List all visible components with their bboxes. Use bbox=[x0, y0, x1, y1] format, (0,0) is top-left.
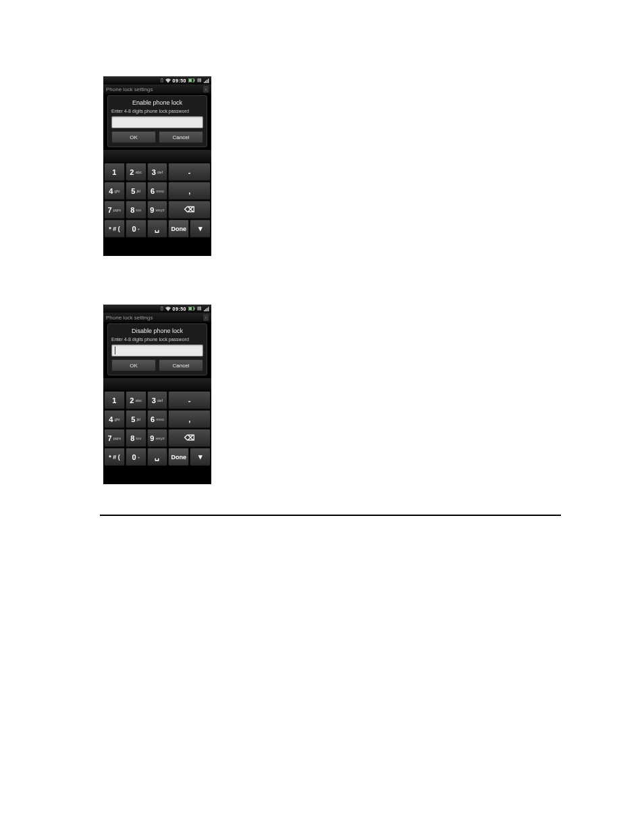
dialog-prompt: Enter 4-8 digits phone lock password bbox=[111, 337, 203, 342]
spacer bbox=[103, 378, 211, 390]
svg-rect-1 bbox=[194, 80, 195, 82]
cancel-button[interactable]: Cancel bbox=[159, 359, 203, 371]
svg-rect-11 bbox=[205, 309, 206, 311]
svg-rect-8 bbox=[194, 308, 195, 310]
sim-icon: ▯ bbox=[161, 306, 163, 311]
save-icon: ▤ bbox=[197, 78, 202, 83]
svg-rect-6 bbox=[208, 78, 209, 83]
key-4[interactable]: 4ghi bbox=[104, 410, 125, 428]
ok-button[interactable]: OK bbox=[111, 359, 156, 371]
key-space[interactable]: ␣ bbox=[147, 448, 168, 466]
screenshot-disable-phone-lock: ▯ 09:50 ▤ Phone lock settings ‹ Disable … bbox=[103, 305, 211, 484]
key-space[interactable]: ␣ bbox=[147, 219, 168, 238]
key-3[interactable]: 3def bbox=[147, 163, 168, 181]
signal-icon bbox=[204, 78, 209, 83]
key-hide-keyboard[interactable]: ▾ bbox=[190, 448, 211, 466]
key-6[interactable]: 6mno bbox=[147, 410, 168, 428]
key-comma[interactable]: , bbox=[168, 410, 211, 428]
key-done[interactable]: Done bbox=[168, 219, 189, 238]
key-9[interactable]: 9wxyz bbox=[147, 429, 168, 447]
key-8[interactable]: 8tuv bbox=[126, 429, 146, 447]
key-delete[interactable]: ⌫ bbox=[168, 201, 211, 219]
key-7[interactable]: 7pqrs bbox=[104, 429, 125, 447]
key-4[interactable]: 4ghi bbox=[104, 182, 125, 200]
back-button[interactable]: ‹ bbox=[203, 86, 209, 93]
key-0[interactable]: 0+ bbox=[126, 448, 146, 466]
cancel-button[interactable]: Cancel bbox=[159, 131, 203, 143]
key-3[interactable]: 3def bbox=[147, 391, 168, 409]
key-2[interactable]: 2abc bbox=[126, 163, 146, 181]
key-symbols[interactable]: * # ( bbox=[104, 219, 125, 238]
key-2[interactable]: 2abc bbox=[126, 391, 146, 409]
header-title: Phone lock settings bbox=[106, 86, 153, 93]
key-minus[interactable]: - bbox=[168, 391, 211, 409]
battery-icon bbox=[188, 307, 195, 311]
key-5[interactable]: 5jkl bbox=[126, 410, 146, 428]
key-7[interactable]: 7pqrs bbox=[104, 201, 125, 219]
screen-header: Phone lock settings ‹ bbox=[103, 313, 211, 322]
dialog-buttons: OK Cancel bbox=[111, 131, 203, 143]
dialog-disable: Disable phone lock Enter 4-8 digits phon… bbox=[107, 323, 207, 375]
numeric-keypad: 1 2abc 3def - 4ghi 5jkl 6mno , 7pqrs 8tu… bbox=[103, 162, 211, 238]
document-page: ▯ 09:50 ▤ Phone lock settings ‹ Enable p… bbox=[0, 0, 644, 834]
save-icon: ▤ bbox=[197, 306, 202, 311]
svg-rect-9 bbox=[189, 307, 192, 310]
status-bar: ▯ 09:50 ▤ bbox=[103, 76, 211, 84]
back-button[interactable]: ‹ bbox=[203, 314, 209, 321]
key-comma[interactable]: , bbox=[168, 182, 211, 200]
dialog-prompt: Enter 4-8 digits phone lock password bbox=[111, 109, 203, 114]
key-5[interactable]: 5jkl bbox=[126, 182, 146, 200]
dialog-enable: Enable phone lock Enter 4-8 digits phone… bbox=[107, 95, 207, 147]
svg-rect-3 bbox=[204, 82, 205, 83]
key-6[interactable]: 6mno bbox=[147, 182, 168, 200]
password-input[interactable] bbox=[111, 116, 203, 128]
key-delete[interactable]: ⌫ bbox=[168, 429, 211, 447]
key-symbols[interactable]: * # ( bbox=[104, 448, 125, 466]
clock: 09:50 bbox=[173, 307, 186, 311]
key-1[interactable]: 1 bbox=[104, 391, 125, 409]
svg-rect-13 bbox=[208, 307, 209, 311]
key-done[interactable]: Done bbox=[168, 448, 189, 466]
key-1[interactable]: 1 bbox=[104, 163, 125, 181]
ok-button[interactable]: OK bbox=[111, 131, 156, 143]
signal-icon bbox=[204, 307, 209, 311]
numeric-keypad: 1 2abc 3def - 4ghi 5jkl 6mno , 7pqrs 8tu… bbox=[103, 390, 211, 467]
svg-rect-12 bbox=[207, 308, 207, 311]
password-input[interactable] bbox=[111, 344, 203, 357]
svg-rect-2 bbox=[189, 79, 192, 82]
key-minus[interactable]: - bbox=[168, 163, 211, 181]
svg-rect-4 bbox=[205, 80, 206, 83]
spacer bbox=[103, 150, 211, 162]
clock: 09:50 bbox=[173, 78, 186, 83]
key-9[interactable]: 9wxyz bbox=[147, 201, 168, 219]
svg-rect-5 bbox=[207, 80, 207, 83]
wifi-icon bbox=[165, 307, 171, 311]
sim-icon: ▯ bbox=[161, 78, 163, 83]
dialog-buttons: OK Cancel bbox=[111, 359, 203, 371]
dialog-title: Disable phone lock bbox=[111, 326, 203, 337]
battery-icon bbox=[188, 78, 195, 82]
wifi-icon bbox=[165, 78, 171, 83]
key-hide-keyboard[interactable]: ▾ bbox=[190, 219, 211, 238]
status-bar: ▯ 09:50 ▤ bbox=[103, 305, 211, 313]
key-0[interactable]: 0+ bbox=[126, 219, 146, 238]
dialog-title: Enable phone lock bbox=[111, 98, 203, 109]
svg-rect-10 bbox=[204, 310, 205, 311]
screenshot-enable-phone-lock: ▯ 09:50 ▤ Phone lock settings ‹ Enable p… bbox=[103, 76, 211, 256]
header-title: Phone lock settings bbox=[106, 315, 153, 321]
key-8[interactable]: 8tuv bbox=[126, 201, 146, 219]
horizontal-rule bbox=[100, 515, 561, 516]
screen-header: Phone lock settings ‹ bbox=[103, 84, 211, 94]
